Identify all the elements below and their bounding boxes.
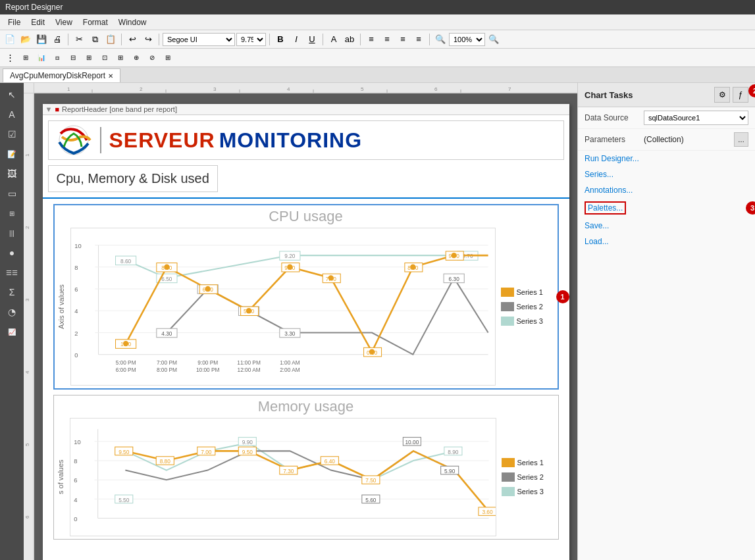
menu-window[interactable]: Window xyxy=(113,16,152,28)
align-justify-button[interactable]: ≡ xyxy=(411,32,426,47)
tool-barcode[interactable]: ||| xyxy=(3,224,21,242)
redo-button[interactable]: ↪ xyxy=(141,32,155,47)
number-circle-2: 2 xyxy=(748,84,755,97)
menu-format[interactable]: Format xyxy=(78,16,113,28)
sep1 xyxy=(68,34,68,45)
zoom-out-button[interactable]: 🔍 xyxy=(433,32,448,47)
tool-form[interactable]: 📝 xyxy=(3,145,21,163)
t2-btn3[interactable]: 📊 xyxy=(34,51,49,65)
align-center-button[interactable]: ≡ xyxy=(380,32,394,47)
tool-list[interactable]: ☰☰ xyxy=(3,263,21,282)
t2-btn8[interactable]: ⊞ xyxy=(113,51,128,65)
t2-btn4[interactable]: ⧈ xyxy=(50,51,65,65)
annotations-link[interactable]: Annotations... xyxy=(578,182,755,198)
menu-view[interactable]: View xyxy=(50,16,78,28)
svg-point-74 xyxy=(205,286,210,292)
tool-gauge[interactable]: ◔ xyxy=(3,303,21,321)
svg-text:5: 5 xyxy=(361,86,364,92)
svg-text:5: 5 xyxy=(24,443,30,446)
font-size-select[interactable]: 9.75 xyxy=(236,33,266,46)
svg-text:2: 2 xyxy=(74,330,78,337)
band-label: ReportHeader [one band per report] xyxy=(62,105,177,113)
t2-btn9[interactable]: ⊕ xyxy=(129,51,143,65)
palettes-row: Palettes... 3 xyxy=(578,198,755,218)
svg-text:4: 4 xyxy=(24,370,30,374)
sep6 xyxy=(360,34,361,45)
tool-cursor[interactable]: ↖ xyxy=(3,86,21,104)
memory-y-axis-label: s of values xyxy=(57,418,70,536)
memory-chart-section[interactable]: Memory usage s of values 0 4 xyxy=(53,395,559,540)
t2-btn7[interactable]: ⊡ xyxy=(97,51,112,65)
circle3-wrap: 3 xyxy=(746,201,755,215)
panel-gear-button[interactable]: ⚙ xyxy=(714,87,730,103)
tool-text[interactable]: A xyxy=(3,105,21,124)
align-left-button[interactable]: ≡ xyxy=(364,32,378,47)
svg-text:8: 8 xyxy=(74,265,78,271)
save-link[interactable]: Save... xyxy=(578,218,755,234)
number-circle-1: 1 xyxy=(556,290,569,303)
t2-btn6[interactable]: ⊞ xyxy=(82,51,96,65)
t2-btn1[interactable]: ⋮ xyxy=(3,51,17,65)
tool-table[interactable]: ⊞ xyxy=(3,204,21,222)
run-designer-link[interactable]: Run Designer... xyxy=(578,151,755,166)
svg-text:9.50: 9.50 xyxy=(118,449,130,455)
tool-image[interactable]: 🖼 xyxy=(3,165,21,183)
legend-series2: Series 2 xyxy=(501,302,555,311)
underline-button[interactable]: U xyxy=(305,32,319,47)
font-name-select[interactable]: Segoe UI xyxy=(163,33,235,46)
svg-point-79 xyxy=(410,265,415,270)
paste-button[interactable]: 📋 xyxy=(103,32,118,47)
zoom-in-button[interactable]: 🔍 xyxy=(486,32,501,47)
tab-close-button[interactable]: ✕ xyxy=(108,72,113,80)
tool-checkbox[interactable]: ☑ xyxy=(3,125,21,143)
bold-button[interactable]: B xyxy=(273,32,288,47)
font-color-button[interactable]: A xyxy=(326,32,341,47)
tool-circle[interactable]: ● xyxy=(3,243,21,262)
svg-text:3.60: 3.60 xyxy=(482,509,493,515)
mem-legend-color-s2 xyxy=(502,472,515,482)
tool-chart[interactable]: 📈 xyxy=(3,322,21,341)
undo-button[interactable]: ↩ xyxy=(125,32,140,47)
new-button[interactable]: 📄 xyxy=(3,32,17,47)
panel-function-button[interactable]: ƒ xyxy=(733,87,748,103)
menu-file[interactable]: File xyxy=(3,16,26,28)
cpu-chart-section[interactable]: CPU usage Axis of values 0 xyxy=(53,204,559,390)
load-link[interactable]: Load... xyxy=(578,234,755,249)
italic-button[interactable]: I xyxy=(289,32,303,47)
sep2 xyxy=(121,34,122,45)
highlight-button[interactable]: ab xyxy=(342,32,357,47)
series-link[interactable]: Series... xyxy=(578,166,755,182)
print-button[interactable]: 🖨 xyxy=(50,32,65,47)
svg-text:9:00 PM: 9:00 PM xyxy=(197,359,218,366)
tab-report[interactable]: AvgCpuMemoryDiskReport ✕ xyxy=(3,68,120,82)
open-button[interactable]: 📂 xyxy=(18,32,33,47)
data-source-select[interactable]: sqlDataSource1 xyxy=(644,111,748,125)
save-button[interactable]: 💾 xyxy=(34,32,49,47)
parameters-dots-button[interactable]: … xyxy=(734,132,748,147)
tab-bar: AvgCpuMemoryDiskReport ✕ xyxy=(0,67,755,83)
t2-btn10[interactable]: ⊘ xyxy=(145,51,159,65)
mem-legend-color-s1 xyxy=(502,458,515,467)
svg-text:8.80: 8.80 xyxy=(159,458,170,465)
copy-button[interactable]: ⧉ xyxy=(88,32,102,47)
t2-btn2[interactable]: ⊞ xyxy=(18,51,33,65)
align-right-button[interactable]: ≡ xyxy=(396,32,410,47)
svg-text:4: 4 xyxy=(74,308,78,315)
menu-edit[interactable]: Edit xyxy=(26,16,50,28)
tool-sigma[interactable]: Σ xyxy=(3,283,21,301)
sep7 xyxy=(429,34,430,45)
svg-text:3.30: 3.30 xyxy=(284,330,296,337)
palettes-link[interactable]: Palettes... xyxy=(585,201,626,215)
svg-text:1: 1 xyxy=(24,153,30,157)
zoom-select[interactable]: 100% xyxy=(449,33,485,46)
t2-btn11[interactable]: ⊞ xyxy=(161,51,175,65)
logo-divider xyxy=(100,127,101,153)
svg-text:5.90: 5.90 xyxy=(444,468,456,474)
svg-text:5.60: 5.60 xyxy=(365,497,377,503)
tool-rectangle[interactable]: ▭ xyxy=(3,184,21,203)
legend-label-s2: Series 2 xyxy=(517,303,543,311)
t2-btn5[interactable]: ⊟ xyxy=(66,51,80,65)
mem-legend-label-s3: Series 3 xyxy=(517,488,544,496)
svg-text:9.20: 9.20 xyxy=(284,253,296,259)
cut-button[interactable]: ✂ xyxy=(72,32,86,47)
